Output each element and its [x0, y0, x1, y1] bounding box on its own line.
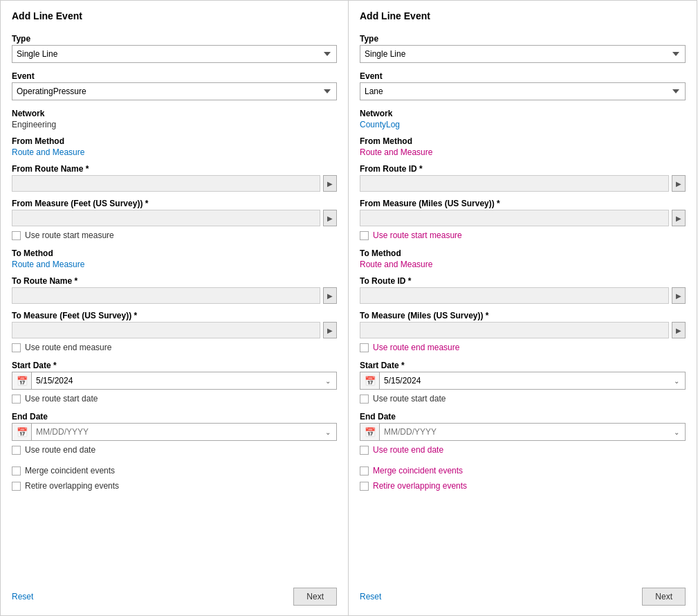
right-start-date-chevron[interactable]: ⌄ [668, 372, 685, 389]
left-to-method-label: To Method [12, 248, 337, 258]
right-from-route-id-row: ▶ [360, 175, 686, 192]
left-use-route-end-date-checkbox[interactable] [12, 446, 21, 455]
left-merge-coincident-checkbox[interactable] [12, 466, 21, 475]
left-start-date-calendar-icon[interactable]: 📅 [12, 372, 32, 389]
right-event-select[interactable]: Lane [360, 82, 686, 100]
left-from-route-name-arrow[interactable]: ▶ [323, 175, 337, 192]
right-merge-coincident-row: Merge coincident events [360, 466, 686, 475]
right-from-route-id-label: From Route ID [360, 164, 686, 174]
right-to-route-id-input[interactable] [360, 287, 669, 304]
right-from-route-id-input[interactable] [360, 175, 669, 192]
right-to-measure-label: To Measure (Miles (US Survey)) [360, 311, 686, 320]
left-from-measure-row: ▶ [12, 210, 337, 226]
right-to-measure-arrow[interactable]: ▶ [672, 322, 686, 338]
right-next-button[interactable]: Next [642, 588, 686, 606]
left-use-route-start-date-checkbox[interactable] [12, 395, 21, 404]
right-event-label: Event [360, 71, 686, 81]
right-from-measure-arrow[interactable]: ▶ [672, 210, 686, 226]
right-use-route-end-measure-label: Use route end measure [373, 343, 459, 352]
left-panel: Add Line Event Type Single Line Event Op… [0, 0, 349, 616]
left-from-measure-input[interactable] [12, 210, 320, 226]
left-end-date-chevron[interactable]: ⌄ [320, 424, 336, 440]
right-use-route-start-date-checkbox[interactable] [360, 395, 369, 404]
right-to-method-label: To Method [360, 248, 686, 258]
right-event-select-wrapper[interactable]: Lane [360, 82, 686, 100]
left-to-route-name-input[interactable] [12, 287, 320, 304]
left-use-route-start-date-row: Use route start date [12, 394, 337, 404]
right-from-measure-row: ▶ [360, 210, 686, 226]
right-merge-coincident-label: Merge coincident events [373, 466, 463, 475]
right-from-method-label: From Method [360, 136, 686, 146]
right-use-route-start-measure-checkbox[interactable] [360, 231, 369, 240]
left-from-method-value: Route and Measure [12, 147, 337, 157]
right-use-route-end-date-checkbox[interactable] [360, 446, 369, 455]
left-use-route-start-measure-label: Use route start measure [25, 230, 114, 240]
left-to-measure-row: ▶ [12, 322, 337, 338]
right-to-route-id-row: ▶ [360, 287, 686, 304]
right-end-date-input[interactable] [380, 426, 668, 438]
right-retire-overlapping-label: Retire overlapping events [373, 481, 467, 491]
right-end-date-wrapper[interactable]: 📅 ⌄ [360, 423, 686, 441]
left-to-route-name-label: To Route Name [12, 276, 337, 286]
right-retire-overlapping-checkbox[interactable] [360, 482, 369, 491]
right-start-date-input[interactable] [380, 374, 668, 387]
right-use-route-start-date-row: Use route start date [360, 394, 686, 404]
left-event-select-wrapper[interactable]: OperatingPressure [12, 82, 337, 100]
left-from-route-name-row: ▶ [12, 175, 337, 192]
left-end-date-wrapper[interactable]: 📅 ⌄ [12, 423, 337, 441]
left-panel-title: Add Line Event [12, 10, 337, 21]
left-reset-button[interactable]: Reset [12, 592, 33, 601]
right-type-select[interactable]: Single Line [360, 45, 686, 63]
right-type-label: Type [360, 34, 686, 44]
left-use-route-end-measure-row: Use route end measure [12, 343, 337, 352]
right-end-date-label: End Date [360, 412, 686, 422]
left-next-button[interactable]: Next [293, 588, 337, 606]
left-to-measure-label: To Measure (Feet (US Survey)) [12, 311, 337, 320]
right-use-route-end-measure-checkbox[interactable] [360, 343, 369, 352]
right-start-date-wrapper[interactable]: 📅 ⌄ [360, 372, 686, 390]
left-use-route-start-measure-row: Use route start measure [12, 230, 337, 240]
left-use-route-end-measure-label: Use route end measure [25, 343, 111, 352]
right-to-measure-input[interactable] [360, 322, 669, 338]
left-from-method-label: From Method [12, 136, 337, 146]
right-use-route-end-measure-row: Use route end measure [360, 343, 686, 352]
left-type-select[interactable]: Single Line [12, 45, 337, 63]
left-to-route-name-arrow[interactable]: ▶ [323, 287, 337, 304]
right-use-route-end-date-label: Use route end date [373, 445, 443, 455]
right-use-route-end-date-row: Use route end date [360, 445, 686, 455]
left-start-date-input[interactable] [32, 374, 320, 387]
right-merge-coincident-checkbox[interactable] [360, 466, 369, 475]
left-start-date-label: Start Date [12, 361, 337, 370]
left-from-measure-arrow[interactable]: ▶ [323, 210, 337, 226]
left-retire-overlapping-checkbox[interactable] [12, 482, 21, 491]
left-from-route-name-input[interactable] [12, 175, 320, 192]
left-retire-overlapping-row: Retire overlapping events [12, 481, 337, 491]
left-bottom-row: Reset Next [12, 579, 337, 606]
right-panel: Add Line Event Type Single Line Event La… [349, 0, 697, 616]
right-from-measure-input[interactable] [360, 210, 669, 226]
left-event-select[interactable]: OperatingPressure [12, 82, 337, 100]
right-end-date-calendar-icon[interactable]: 📅 [360, 424, 380, 440]
left-network-value: Engineering [12, 120, 337, 129]
left-type-select-wrapper[interactable]: Single Line [12, 45, 337, 63]
right-use-route-start-measure-label: Use route start measure [373, 230, 462, 240]
left-to-measure-arrow[interactable]: ▶ [323, 322, 337, 338]
right-type-select-wrapper[interactable]: Single Line [360, 45, 686, 63]
right-start-date-calendar-icon[interactable]: 📅 [360, 372, 380, 389]
left-end-date-calendar-icon[interactable]: 📅 [12, 424, 32, 440]
right-to-route-id-label: To Route ID [360, 276, 686, 286]
left-start-date-chevron[interactable]: ⌄ [320, 372, 336, 389]
left-from-route-name-label: From Route Name [12, 164, 337, 174]
left-start-date-wrapper[interactable]: 📅 ⌄ [12, 372, 337, 390]
right-to-route-id-arrow[interactable]: ▶ [672, 287, 686, 304]
left-use-route-end-measure-checkbox[interactable] [12, 343, 21, 352]
right-from-route-id-arrow[interactable]: ▶ [672, 175, 686, 192]
right-reset-button[interactable]: Reset [360, 592, 381, 601]
right-bottom-row: Reset Next [360, 579, 686, 606]
left-merge-coincident-label: Merge coincident events [25, 466, 115, 475]
right-use-route-start-measure-row: Use route start measure [360, 230, 686, 240]
left-use-route-start-measure-checkbox[interactable] [12, 231, 21, 240]
left-to-measure-input[interactable] [12, 322, 320, 338]
right-end-date-chevron[interactable]: ⌄ [668, 424, 685, 440]
left-end-date-input[interactable] [32, 426, 320, 438]
